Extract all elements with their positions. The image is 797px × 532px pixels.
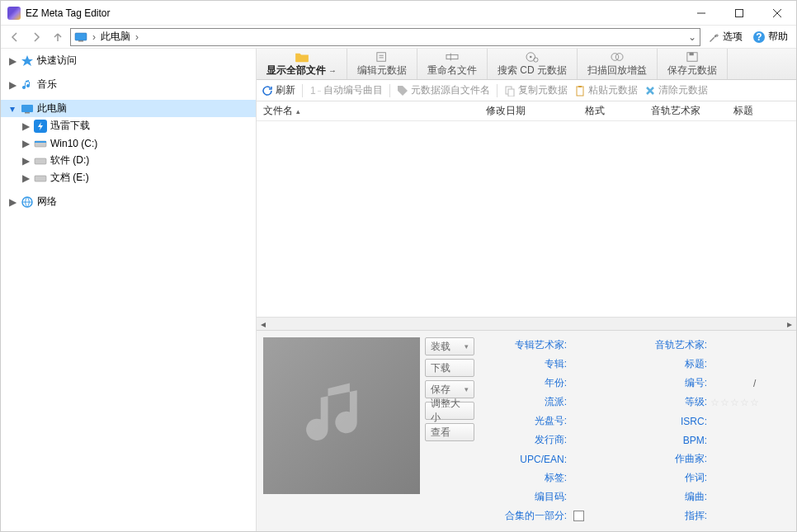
meta-url-label: URL:: [766, 435, 790, 446]
rating-stars[interactable]: ☆☆☆☆☆: [710, 397, 760, 408]
meta-composer-label: 作曲家:: [603, 452, 710, 466]
meta-tags-label: 标签:: [479, 471, 570, 485]
scroll-left-icon[interactable]: ◂: [257, 318, 270, 331]
address-dropdown-icon[interactable]: ⌄: [688, 31, 696, 43]
tb-search-cd[interactable]: 搜索 CD 元数据: [488, 49, 578, 79]
file-list-body[interactable]: [257, 121, 796, 317]
tree-network[interactable]: ▶ 网络: [1, 193, 256, 210]
help-button[interactable]: ? 帮助: [749, 28, 791, 46]
tb-rename-file[interactable]: 重命名文件: [417, 49, 488, 79]
art-download-button[interactable]: 下载: [425, 359, 474, 377]
col-title[interactable]: 标题: [727, 101, 796, 120]
drive-icon: [34, 154, 47, 167]
expand-icon[interactable]: ▶: [21, 173, 31, 183]
album-art[interactable]: [263, 337, 420, 494]
drive-icon: [34, 137, 47, 150]
svg-rect-17: [446, 54, 458, 59]
tree-item-label: 软件 (D:): [50, 153, 89, 167]
paste-icon: [574, 85, 586, 97]
folder-tree[interactable]: ▶ 快速访问 ▶ 音乐 ▾ 此电脑 ▶ 迅雷下载 ▶ Win10 (C:) ▶: [1, 49, 257, 531]
meta-engineer-label: 工程师:: [766, 357, 790, 371]
dropdown-icon: ▾: [465, 385, 469, 393]
folder-icon: [295, 51, 309, 63]
expand-icon[interactable]: ▶: [21, 156, 31, 166]
refresh-label: 刷新: [276, 83, 295, 97]
art-btn-label: 调整大小: [431, 397, 469, 425]
tree-item-label: Win10 (C:): [50, 138, 97, 149]
expand-icon[interactable]: ▶: [7, 80, 17, 90]
tree-item-label: 迅雷下载: [50, 119, 90, 133]
tree-item[interactable]: ▶ 迅雷下载: [1, 117, 256, 134]
svg-rect-5: [78, 40, 83, 42]
back-button[interactable]: [6, 28, 24, 46]
expand-icon[interactable]: ▶: [7, 56, 17, 66]
tree-item[interactable]: ▶ 文档 (E:): [1, 169, 256, 186]
music-note-icon: [296, 370, 387, 461]
content-panel: 显示全部文件→ 编辑元数据 重命名文件 搜索 CD 元数据 扫描回放增益 保存元…: [257, 49, 796, 531]
expand-icon[interactable]: ▶: [21, 139, 31, 148]
copy-meta-button[interactable]: 复制元数据: [504, 83, 568, 97]
tb-scan-replaygain[interactable]: 扫描回放增益: [578, 49, 658, 79]
art-resize-button[interactable]: 调整大小: [425, 402, 474, 420]
refresh-button[interactable]: 刷新: [262, 83, 295, 97]
tb-save-metadata[interactable]: 保存元数据: [658, 49, 728, 79]
minimize-button[interactable]: [682, 1, 720, 26]
col-track-artist[interactable]: 音轨艺术家: [644, 101, 727, 120]
maximize-button[interactable]: [720, 1, 758, 26]
art-save-button[interactable]: 保存▾: [425, 380, 474, 398]
forward-button[interactable]: [27, 28, 45, 46]
main-area: ▶ 快速访问 ▶ 音乐 ▾ 此电脑 ▶ 迅雷下载 ▶ Win10 (C:) ▶: [1, 49, 796, 531]
svg-rect-1: [736, 9, 743, 16]
up-button[interactable]: [49, 28, 67, 46]
svg-rect-30: [578, 86, 582, 87]
expand-icon[interactable]: ▶: [7, 197, 17, 207]
address-bar: › 此电脑 › ⌄ 选项 ? 帮助: [1, 26, 796, 49]
cd-search-icon: [525, 51, 540, 63]
tree-item[interactable]: ▶ 软件 (D:): [1, 152, 256, 169]
clear-meta-label: 清除元数据: [658, 83, 708, 97]
meta-col-2: 音轨艺术家: 标题: 编号:/ 等级:☆☆☆☆☆ ISRC: BPM: 作曲家:…: [603, 337, 766, 525]
meta-genre-label: 流派:: [479, 395, 570, 409]
paste-meta-button[interactable]: 粘贴元数据: [574, 83, 638, 97]
tb-edit-metadata[interactable]: 编辑元数据: [347, 49, 417, 79]
close-button[interactable]: [758, 1, 796, 26]
meta-arranger-label: 编曲:: [603, 490, 710, 504]
app-logo-icon: [7, 7, 21, 20]
tb-show-all-files[interactable]: 显示全部文件→: [257, 49, 347, 79]
address-field[interactable]: › 此电脑 › ⌄: [70, 28, 700, 46]
art-view-button[interactable]: 查看: [425, 423, 474, 441]
art-btn-label: 保存: [431, 383, 450, 397]
col-format[interactable]: 格式: [578, 101, 644, 120]
meta-partset-label: 合集的一部分:: [479, 509, 570, 523]
auto-number-button[interactable]: 1→9 自动编号曲目: [309, 83, 383, 97]
breadcrumb-location[interactable]: 此电脑: [101, 30, 130, 44]
col-filename[interactable]: 文件名▴: [257, 101, 479, 120]
arrow-right-icon: →: [328, 66, 337, 75]
tree-this-pc[interactable]: ▾ 此电脑: [1, 100, 256, 117]
meta-publisher-label: 发行商:: [479, 433, 570, 447]
svg-rect-8: [21, 105, 33, 112]
tree-quick-access[interactable]: ▶ 快速访问: [1, 52, 256, 69]
tb-label: 扫描回放增益: [587, 64, 647, 78]
collapse-icon[interactable]: ▾: [7, 104, 17, 114]
copy-meta-label: 复制元数据: [518, 83, 568, 97]
tree-item-label: 文档 (E:): [50, 171, 89, 185]
sort-asc-icon: ▴: [296, 107, 300, 115]
scroll-right-icon[interactable]: ▸: [783, 318, 796, 331]
music-icon: [21, 78, 34, 92]
computer-icon: [74, 32, 87, 42]
clear-meta-button[interactable]: 清除元数据: [644, 83, 708, 97]
part-of-set-checkbox[interactable]: [573, 511, 584, 521]
tb-label: 编辑元数据: [357, 64, 407, 78]
meta-col-3: 混音: 工程师: 制作:/ Language 版权: URL: 编码由: 注释:: [766, 337, 790, 525]
horizontal-scrollbar[interactable]: ◂ ▸: [257, 317, 796, 330]
tree-item-label: 音乐: [37, 78, 57, 92]
tree-item[interactable]: ▶ Win10 (C:): [1, 134, 256, 152]
meta-from-filename-label: 元数据源自文件名: [411, 83, 490, 97]
col-modified[interactable]: 修改日期: [479, 101, 578, 120]
art-load-button[interactable]: 装载▾: [425, 337, 474, 355]
tree-music[interactable]: ▶ 音乐: [1, 76, 256, 93]
expand-icon[interactable]: ▶: [21, 121, 31, 131]
meta-from-filename-button[interactable]: 元数据源自文件名: [397, 83, 490, 97]
options-button[interactable]: 选项: [704, 28, 746, 46]
